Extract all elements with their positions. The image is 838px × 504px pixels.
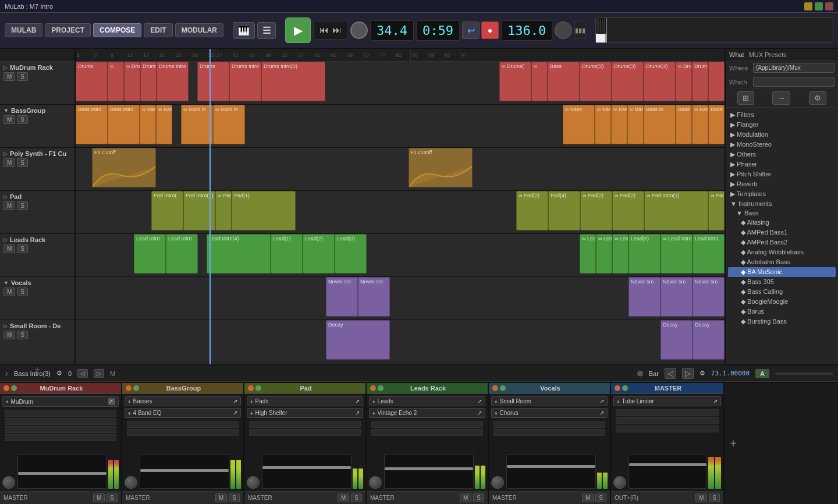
tree-item[interactable]: ◆ Bass 305: [728, 277, 836, 287]
tree-item[interactable]: ▶ Reverb: [728, 179, 836, 189]
clip-pad1[interactable]: Pad(1): [232, 191, 296, 230]
timeline-area[interactable]: 1 5 9 13 17 21 25 29 33 37 41 45 49 53 5…: [76, 49, 725, 364]
mini-scrollbar[interactable]: [775, 372, 833, 375]
mixer-slot-basses[interactable]: ♦ Basses ↗: [125, 396, 241, 406]
knob-pan-master[interactable]: [613, 476, 626, 489]
mixer-mute-bass[interactable]: M: [215, 494, 227, 502]
solo-small[interactable]: S: [17, 331, 28, 339]
clip-bass-6[interactable]: ∞ Bass In: [213, 105, 245, 144]
nav-next[interactable]: ▷: [682, 368, 694, 379]
fader-vocals[interactable]: [506, 454, 596, 489]
clip-bass-8[interactable]: ∞ Bass: [595, 105, 611, 144]
clip-lead1[interactable]: Lead(1): [271, 234, 303, 274]
fader-master[interactable]: [628, 454, 707, 489]
mixer-slot-chorus[interactable]: ♦ Chorus ↗: [491, 408, 608, 418]
tree-item[interactable]: ◆ Autobahn Bass: [728, 257, 836, 267]
clip-drums-1[interactable]: Drums: [76, 62, 108, 101]
solo-poly[interactable]: S: [17, 158, 28, 167]
clip-drums-2[interactable]: ∞: [108, 62, 124, 101]
clip-lead2[interactable]: Lead(2): [303, 234, 335, 274]
tree-item[interactable]: ◆ Bass Calling: [728, 287, 836, 297]
tree-item[interactable]: ◆ Borus: [728, 307, 836, 317]
clip-vocals-3[interactable]: Never-src-: [628, 277, 661, 317]
clip-lead4[interactable]: ∞ Lead(4: [580, 234, 596, 274]
tree-item[interactable]: ▼ Instruments: [728, 199, 836, 208]
slot-arrow-vintage[interactable]: ↗: [477, 410, 482, 416]
loop-button[interactable]: ↩: [462, 22, 480, 39]
mute-vocals[interactable]: M: [3, 288, 15, 296]
slot-arrow-pads[interactable]: ↗: [355, 398, 360, 404]
clip-drums-5[interactable]: Drums: [197, 62, 229, 101]
clip-pad3[interactable]: Pad(4): [548, 191, 580, 230]
rewind-button[interactable]: ⏮: [319, 25, 329, 36]
power-dot-pad-2[interactable]: [255, 385, 261, 391]
fader-pad[interactable]: [262, 454, 351, 489]
mixer-slot-leads[interactable]: ♦ Leads ↗: [369, 396, 485, 406]
clip-lead-intro2[interactable]: Lead Intro: [166, 234, 198, 274]
mixer-mute-mudrum[interactable]: M: [93, 494, 105, 502]
tree-item[interactable]: ◆ BoogieMoogie: [728, 297, 836, 307]
clip-bass-12[interactable]: Bass In: [676, 105, 692, 144]
fader-leads[interactable]: [384, 454, 474, 489]
where-input[interactable]: [753, 63, 835, 73]
knob-pan-pad[interactable]: [247, 476, 260, 489]
solo-bass[interactable]: S: [17, 115, 28, 124]
clip-bass-3[interactable]: ∞ Bass In: [140, 105, 156, 144]
clip-lead3[interactable]: Lead(3): [335, 234, 367, 274]
record-mode-button[interactable]: ●: [481, 22, 499, 39]
clip-pad-3[interactable]: ∞ Pad Int: [215, 191, 232, 230]
keyboard-preview[interactable]: [595, 17, 833, 43]
clip-drums-intro2[interactable]: Drums Intro: [229, 62, 261, 101]
nav-prev[interactable]: ◁: [665, 368, 676, 379]
power-dot-bass-1[interactable]: [126, 385, 132, 391]
mixer-mute-leads[interactable]: M: [460, 494, 471, 502]
mute-pad[interactable]: M: [3, 201, 15, 210]
clip-vocals-4[interactable]: Never-src-: [661, 277, 693, 317]
clip-pad4[interactable]: ∞ Pad(2): [580, 191, 612, 230]
tree-item[interactable]: ▶ Phaser: [728, 159, 836, 169]
clip-lead8[interactable]: ∞ Lead Intro(4: [661, 234, 693, 274]
clip-lead7[interactable]: Lead(5): [628, 234, 661, 274]
clip-pad-intro1[interactable]: Pad Intro(: [151, 191, 183, 230]
slot-arrow-highshelfer[interactable]: ↗: [355, 410, 360, 416]
mixer-slot-vintage[interactable]: ♦ Vintage Echo 2 ↗: [369, 408, 485, 418]
clip-pad-6[interactable]: ∞ Pad Int: [708, 191, 725, 230]
metronome-knob[interactable]: [555, 22, 572, 39]
clip-bass-14[interactable]: Bass In: [708, 105, 725, 144]
which-input[interactable]: [753, 77, 835, 87]
solo-vocals[interactable]: S: [17, 288, 28, 296]
step-seq-button[interactable]: ☰: [257, 22, 276, 39]
clip-pad2[interactable]: ∞ Pad(2): [516, 191, 548, 230]
power-dot-pad-1[interactable]: [248, 385, 254, 391]
clip-drums-12[interactable]: ∞ Dru: [676, 62, 692, 101]
mixer-slot-mudrum[interactable]: ♦ MuDrum ↗: [2, 396, 119, 407]
clip-decay1[interactable]: Decay: [326, 320, 390, 360]
add-mixer-button[interactable]: +: [725, 383, 742, 504]
edit-button[interactable]: EDIT: [144, 23, 172, 37]
piano-roll-button[interactable]: 🎹: [233, 22, 255, 39]
mixer-solo-leads[interactable]: S: [473, 494, 484, 502]
modular-button[interactable]: MODULAR: [175, 23, 223, 37]
power-dot-bass-2[interactable]: [133, 385, 139, 391]
clip-f1-cutoff-1[interactable]: F1 Cutoff: [92, 148, 156, 187]
min-button[interactable]: [804, 2, 812, 10]
tree-item[interactable]: ▶ Pitch Shifter: [728, 169, 836, 179]
close-button[interactable]: [825, 2, 833, 10]
tree-item[interactable]: ▶ MonoStereo: [728, 140, 836, 150]
tree-item[interactable]: ◆ Bursting Bass: [728, 317, 836, 326]
mulab-button[interactable]: MULAB: [5, 23, 42, 37]
power-dot-mudrum-2[interactable]: [11, 385, 17, 391]
clip-drums-10[interactable]: Drums(3): [612, 62, 644, 101]
solo-pad[interactable]: S: [17, 201, 28, 210]
slot-arrow-mudrum[interactable]: ↗: [108, 398, 115, 405]
slot-arrow-4band[interactable]: ↗: [233, 410, 237, 416]
mute-poly[interactable]: M: [3, 158, 15, 167]
project-button[interactable]: PROJECT: [45, 23, 91, 37]
tree-item[interactable]: ◆ AMPed Bass1: [728, 228, 836, 237]
panel-icon-3[interactable]: ⚙: [809, 91, 826, 105]
solo-mudrum[interactable]: S: [17, 72, 28, 81]
mixer-solo-pad[interactable]: S: [351, 494, 362, 502]
record-button[interactable]: [350, 22, 368, 39]
slot-arrow-smallroom[interactable]: ↗: [599, 398, 604, 404]
clip-decay3[interactable]: Decay: [693, 320, 725, 360]
